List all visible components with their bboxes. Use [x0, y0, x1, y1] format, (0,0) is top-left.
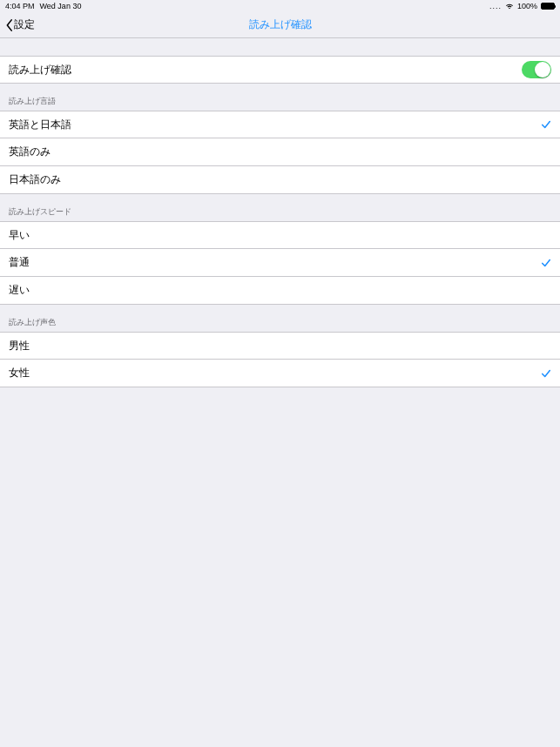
status-date: Wed Jan 30 — [40, 2, 82, 10]
check-icon — [541, 368, 551, 379]
option-voice-0[interactable]: 男性 — [0, 332, 560, 360]
status-time: 4:04 PM — [5, 2, 35, 10]
option-speed-1[interactable]: 普通 — [0, 249, 560, 277]
check-icon — [541, 119, 551, 130]
option-language-1[interactable]: 英語のみ — [0, 138, 560, 166]
toggle-switch[interactable] — [522, 61, 551, 78]
option-label: 女性 — [9, 366, 30, 380]
toggle-row-reading-confirm[interactable]: 読み上げ確認 — [0, 56, 560, 84]
battery-icon — [541, 3, 555, 10]
option-language-2[interactable]: 日本語のみ — [0, 166, 560, 194]
option-language-0[interactable]: 英語と日本語 — [0, 111, 560, 138]
option-label: 男性 — [9, 339, 30, 353]
wifi-icon — [505, 3, 514, 10]
option-speed-2[interactable]: 遅い — [0, 277, 560, 305]
option-label: 英語と日本語 — [9, 118, 71, 132]
toggle-label: 読み上げ確認 — [9, 63, 71, 77]
option-label: 早い — [9, 228, 30, 243]
cellular-dots-icon: .... — [489, 2, 502, 10]
back-label: 設定 — [14, 17, 35, 32]
option-voice-1[interactable]: 女性 — [0, 360, 560, 387]
option-label: 英語のみ — [9, 145, 51, 159]
section-header-voice: 読み上げ声色 — [0, 305, 560, 332]
nav-bar: 設定 読み上げ確認 — [0, 12, 560, 38]
option-label: 日本語のみ — [9, 172, 61, 187]
check-icon — [541, 258, 551, 268]
option-label: 普通 — [9, 255, 30, 270]
back-button[interactable]: 設定 — [5, 17, 35, 32]
status-bar: 4:04 PM Wed Jan 30 .... 100% — [0, 0, 560, 12]
page-title: 読み上げ確認 — [249, 17, 312, 32]
section-header-speed: 読み上げスピード — [0, 194, 560, 221]
chevron-left-icon — [5, 19, 14, 31]
option-label: 遅い — [9, 283, 30, 298]
battery-percent: 100% — [517, 2, 537, 10]
section-header-language: 読み上げ言語 — [0, 84, 560, 111]
option-speed-0[interactable]: 早い — [0, 221, 560, 249]
